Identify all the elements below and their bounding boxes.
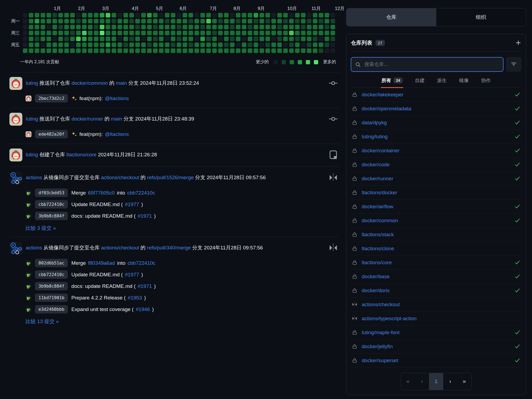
- commit-hash-link[interactable]: 3b9b8c884f: [35, 282, 68, 290]
- repo-link[interactable]: docker/code: [362, 162, 510, 168]
- feed-title-link[interactable]: docker/common: [72, 80, 108, 86]
- commit-message-link[interactable]: cbb722410c: [127, 260, 155, 266]
- feed-title-link[interactable]: luting: [26, 80, 38, 86]
- pagination-page-1[interactable]: 1: [429, 373, 443, 390]
- repo-link[interactable]: ltactions/docker: [362, 190, 520, 196]
- heatmap-cell: [218, 43, 223, 47]
- feed-title-link[interactable]: refs/pull/340/merge: [147, 245, 191, 250]
- repo-link[interactable]: docker/runner: [362, 176, 510, 182]
- heatmap-cell: [325, 13, 329, 17]
- feed-title-link[interactable]: refs/pull/1526/merge: [147, 175, 194, 180]
- repo-link[interactable]: luting/luting: [362, 134, 510, 140]
- repo-link[interactable]: docker/doris: [362, 288, 510, 294]
- heatmap-cell: [325, 19, 329, 23]
- avatar-luting[interactable]: [9, 113, 22, 126]
- pagination-»[interactable]: »: [457, 373, 471, 390]
- avatar-actions[interactable]: [9, 242, 22, 255]
- repo-link[interactable]: docker/superset: [362, 358, 510, 363]
- heatmap-cell: [52, 13, 57, 17]
- check-icon: [514, 259, 520, 266]
- commit-message-link[interactable]: @ltactions: [105, 96, 129, 101]
- commit-message-link[interactable]: #1953: [128, 295, 142, 301]
- heatmap-cell: [23, 13, 27, 17]
- lock-icon: [352, 204, 357, 209]
- repo-link[interactable]: actions/typescript-action: [362, 316, 520, 322]
- commit-hash-link[interactable]: df03cbdd53: [35, 189, 68, 197]
- filter-tab-自建[interactable]: 自建: [414, 77, 425, 88]
- heatmap-cell: [35, 13, 39, 17]
- commit-message-link[interactable]: 65f77605c0: [88, 190, 115, 196]
- repo-link[interactable]: ltactions/clone: [362, 246, 520, 252]
- heatmap-cell: [94, 19, 98, 23]
- heatmap-cell: [230, 43, 235, 47]
- repo-list: docker/lakekeeperdocker/openmetadatadata…: [351, 88, 522, 368]
- repo-link[interactable]: docker/container: [362, 148, 510, 154]
- feed-title-link[interactable]: ltactions/core: [66, 152, 97, 157]
- repo-link[interactable]: luting/maple-font: [362, 330, 510, 336]
- commit-message-link[interactable]: f80349a6ad: [88, 260, 115, 266]
- commit-message-link[interactable]: @ltactions: [105, 131, 129, 137]
- commit-message-link[interactable]: cbb722410c: [127, 190, 155, 196]
- heatmap-cell: [76, 31, 81, 35]
- repo-link[interactable]: docker/base: [362, 274, 510, 280]
- commit-message-link[interactable]: #1977: [125, 272, 139, 278]
- feed-title-link[interactable]: docker/runner: [72, 116, 103, 122]
- commit-hash-link[interactable]: 2bec73d2c2: [35, 94, 68, 103]
- repo-link[interactable]: docker/common: [362, 218, 510, 224]
- feed-title-link[interactable]: actions/checkout: [101, 245, 139, 250]
- lock-icon: [352, 120, 357, 125]
- commit-hash-link[interactable]: cbb722410c: [35, 200, 68, 209]
- filter-tab-派生[interactable]: 派生: [437, 77, 447, 88]
- commit-hash-link[interactable]: cbb722410c: [35, 270, 68, 279]
- commit-hash-link[interactable]: ede482a20f: [35, 130, 68, 138]
- commit-message-link[interactable]: #1977: [125, 202, 139, 207]
- commit-hash-link[interactable]: e3d2460bbb: [35, 305, 68, 313]
- filter-tab-所有[interactable]: 所有24: [381, 77, 403, 88]
- filter-tab-协作[interactable]: 协作: [481, 77, 491, 88]
- filter-tab-镜像[interactable]: 镜像: [459, 77, 469, 88]
- feed-title-link[interactable]: actions: [26, 245, 42, 250]
- heatmap-cell: [277, 25, 282, 29]
- repo-link[interactable]: actions/checkout: [362, 302, 520, 308]
- repo-link[interactable]: docker/lakekeeper: [362, 92, 510, 98]
- commit-hash-link[interactable]: 3b9b8c884f: [35, 212, 68, 220]
- repo-row: docker/runner: [351, 172, 522, 186]
- heatmap-cell: [171, 31, 175, 35]
- commit-message-link[interactable]: #1946: [136, 306, 150, 312]
- commit-message-link[interactable]: #1971: [138, 283, 152, 289]
- commit-message-link[interactable]: #1971: [138, 213, 152, 219]
- compare-commits-link[interactable]: 比较 13 提交 »: [26, 319, 59, 324]
- heatmap-day-label: 周一: [11, 19, 20, 23]
- feed-title-link[interactable]: actions/checkout: [101, 175, 139, 180]
- feed-title-link[interactable]: main: [111, 116, 122, 122]
- tab-组织[interactable]: 组织: [436, 8, 526, 26]
- heatmap-cell: [254, 19, 258, 23]
- avatar-actions[interactable]: [9, 171, 22, 184]
- compare-commits-link[interactable]: 比较 3 提交 »: [26, 225, 56, 231]
- repo-link[interactable]: docker/airflow: [362, 204, 510, 210]
- repo-link[interactable]: ltactions/stack: [362, 232, 520, 238]
- repo-link[interactable]: data/dpykg: [362, 120, 510, 126]
- contribution-total: 一年内 2,181 次贡献: [20, 59, 59, 65]
- heatmap-cell: [283, 37, 288, 41]
- repo-row: docker/jellyfin: [351, 340, 522, 354]
- repo-filter-button[interactable]: [506, 57, 522, 72]
- commit-hash-link[interactable]: 802d6b51ac: [35, 259, 68, 267]
- add-repo-button[interactable]: [515, 40, 522, 46]
- pagination-›[interactable]: ›: [443, 373, 457, 390]
- feed-title-link[interactable]: luting: [26, 116, 38, 122]
- commit-hash-link[interactable]: 11bd71901b: [35, 294, 68, 302]
- feed-title-link[interactable]: main: [116, 80, 127, 86]
- avatar-luting[interactable]: [9, 77, 22, 90]
- heatmap-cell: [307, 25, 311, 29]
- tab-仓库[interactable]: 仓库: [346, 8, 436, 26]
- avatar-luting[interactable]: [9, 149, 22, 161]
- heatmap-month-label: 6月: [180, 5, 187, 12]
- repo-search-input[interactable]: [364, 61, 499, 68]
- feed-title-link[interactable]: actions: [26, 175, 42, 180]
- feed-title-link[interactable]: luting: [26, 152, 38, 157]
- repo-link[interactable]: docker/jellyfin: [362, 344, 510, 349]
- repo-link[interactable]: ltactions/core: [362, 260, 510, 266]
- repo-link[interactable]: docker/openmetadata: [362, 106, 510, 112]
- heatmap-cell: [301, 25, 306, 29]
